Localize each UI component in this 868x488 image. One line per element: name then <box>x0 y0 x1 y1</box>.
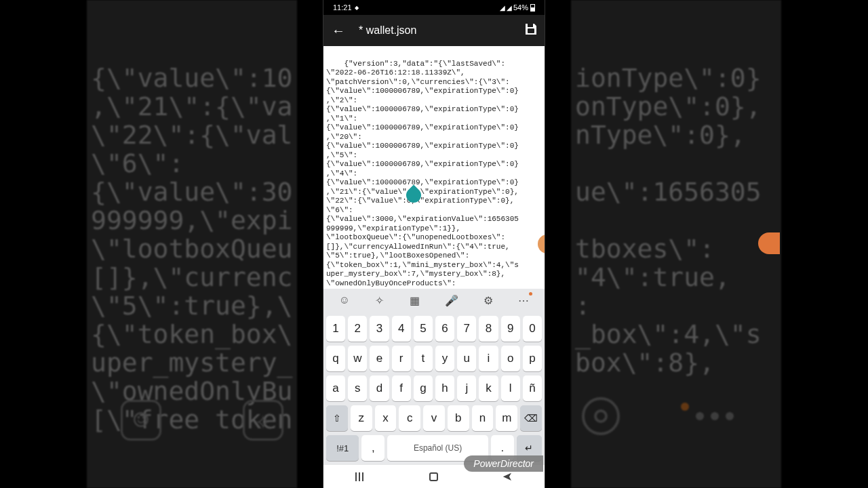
key-a[interactable]: a <box>326 375 345 401</box>
key-6[interactable]: 6 <box>435 316 454 342</box>
key-1[interactable]: 1 <box>326 316 345 342</box>
key-e[interactable]: e <box>370 346 389 371</box>
key-i[interactable]: i <box>479 346 498 371</box>
key-5[interactable]: 5 <box>414 316 433 342</box>
key-m[interactable]: m <box>496 405 517 431</box>
bg-right-text: ionType\":0} onType\":0}, nType\":0}, ue… <box>571 64 781 377</box>
key-n[interactable]: n <box>472 405 494 431</box>
back-button[interactable]: ← <box>332 23 345 39</box>
status-right: ◢ ◢ 54% <box>500 3 535 12</box>
key-shift[interactable]: ⇧ <box>326 405 348 431</box>
key-row-mid: a s d f g h j k l ñ <box>326 375 542 401</box>
key-c[interactable]: c <box>399 405 420 431</box>
notification-icon: ◆ <box>355 5 359 11</box>
key-9[interactable]: 9 <box>501 316 520 342</box>
more-icon <box>681 397 734 435</box>
key-r[interactable]: r <box>392 346 411 371</box>
emoji-icon: ☺ <box>121 400 161 441</box>
save-icon <box>526 24 536 35</box>
phone-screen: 11:21 ◆ ◢ ◢ 54% ← * wallet.json {"versio… <box>323 0 545 488</box>
editor-content[interactable]: {"version":3,"data":"{\"lastSaved\": \"2… <box>326 60 519 289</box>
settings-icon[interactable]: ⚙ <box>484 294 493 307</box>
key-row-top: q w e r t y u i o p <box>326 346 542 371</box>
nav-recents[interactable] <box>355 472 365 481</box>
key-4[interactable]: 4 <box>392 316 411 342</box>
more-icon[interactable]: ⋯ <box>518 294 529 307</box>
key-w[interactable]: w <box>348 346 367 371</box>
bg-toolbar-left: ☺ ✧ <box>121 400 283 441</box>
key-3[interactable]: 3 <box>370 316 389 342</box>
key-0[interactable]: 0 <box>523 316 542 342</box>
key-b[interactable]: b <box>448 405 469 431</box>
key-symbols[interactable]: !#1 <box>326 435 359 461</box>
key-j[interactable]: j <box>457 375 476 401</box>
key-enye[interactable]: ñ <box>523 375 542 401</box>
status-bar: 11:21 ◆ ◢ ◢ 54% <box>323 0 545 15</box>
key-row-bottom: ⇧ z x c v b n m ⌫ <box>326 405 542 431</box>
key-p[interactable]: p <box>523 346 542 371</box>
screen-record-indicator <box>758 232 780 254</box>
battery-icon <box>530 4 535 12</box>
key-o[interactable]: o <box>501 346 520 371</box>
app-bar: ← * wallet.json <box>323 15 545 46</box>
mic-icon[interactable]: 🎤 <box>445 294 458 307</box>
video-watermark: PowerDirector <box>464 455 543 472</box>
sticker-icon[interactable]: ✧ <box>375 294 384 307</box>
key-y[interactable]: y <box>435 346 454 371</box>
key-l[interactable]: l <box>501 375 520 401</box>
key-k[interactable]: k <box>479 375 498 401</box>
file-title: * wallet.json <box>359 24 512 37</box>
text-editor[interactable]: {"version":3,"data":"{\"lastSaved\": \"2… <box>323 46 545 289</box>
key-x[interactable]: x <box>375 405 397 431</box>
key-f[interactable]: f <box>392 375 411 401</box>
status-left: 11:21 ◆ <box>333 3 359 12</box>
sticker-icon: ✧ <box>243 400 283 441</box>
key-s[interactable]: s <box>348 375 367 401</box>
key-h[interactable]: h <box>435 375 454 401</box>
emoji-icon[interactable]: ☺ <box>339 294 350 306</box>
key-d[interactable]: d <box>370 375 389 401</box>
key-backspace[interactable]: ⌫ <box>520 405 542 431</box>
key-7[interactable]: 7 <box>457 316 476 342</box>
key-8[interactable]: 8 <box>479 316 498 342</box>
key-row-numbers: 1 2 3 4 5 6 7 8 9 0 <box>326 316 542 342</box>
signal-icon: ◢ <box>507 4 511 12</box>
on-screen-keyboard[interactable]: ☺ ✧ ▦ 🎤 ⚙ ⋯ 1 2 3 4 5 6 7 8 9 0 q w e r … <box>323 289 545 465</box>
wifi-icon: ◢ <box>500 4 505 12</box>
key-g[interactable]: g <box>414 375 433 401</box>
clipboard-icon[interactable]: ▦ <box>410 294 420 307</box>
background-blur-right: ionType\":0} onType\":0}, nType\":0}, ue… <box>571 0 781 488</box>
key-v[interactable]: v <box>423 405 445 431</box>
key-q[interactable]: q <box>326 346 345 371</box>
battery-text: 54% <box>513 3 528 12</box>
side-tab-indicator[interactable] <box>538 235 545 253</box>
save-button[interactable] <box>526 24 536 37</box>
key-z[interactable]: z <box>351 405 372 431</box>
nav-home[interactable] <box>429 472 438 481</box>
key-2[interactable]: 2 <box>348 316 367 342</box>
keyboard-toolbar: ☺ ✧ ▦ 🎤 ⚙ ⋯ <box>326 291 542 312</box>
background-blur-left: {\"value\":10 ,\"21\":{\"va \"22\":{\"va… <box>87 0 297 488</box>
android-nav-bar: ➤ PowerDirector <box>323 465 545 488</box>
gear-icon <box>582 397 620 435</box>
bg-toolbar-right <box>582 397 734 435</box>
bg-left-text: {\"value\":10 ,\"21\":{\"va \"22\":{\"va… <box>87 64 297 434</box>
clock: 11:21 <box>333 3 352 12</box>
key-t[interactable]: t <box>414 346 433 371</box>
key-comma[interactable]: , <box>361 435 384 461</box>
key-u[interactable]: u <box>457 346 476 371</box>
